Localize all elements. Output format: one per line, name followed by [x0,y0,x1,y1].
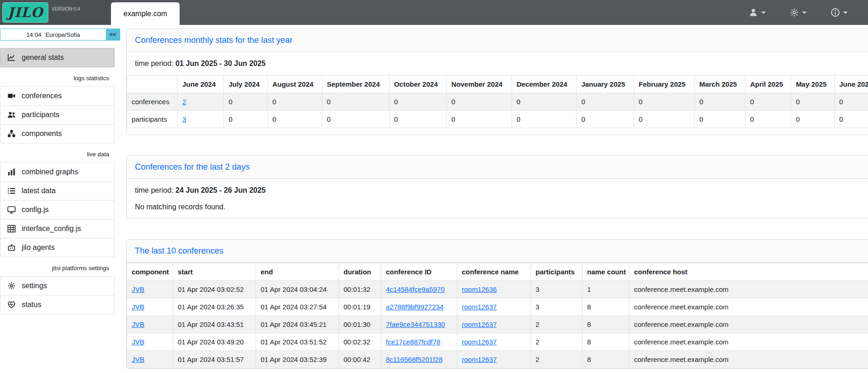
conference-cell: 3 [531,298,583,316]
sidebar-item-settings[interactable]: settings [0,276,115,296]
time-period-label: time period: [135,59,174,67]
user-menu-dropdown[interactable] [749,8,766,17]
settings-menu-dropdown[interactable] [790,8,807,17]
monthly-cell: 0 [634,111,694,128]
conference-cell: room12637 [457,298,531,316]
conference-cell: 2 [531,316,583,333]
conference-cell: 3 [531,281,583,298]
conference-link[interactable]: fce17ce887fcdf78 [386,338,440,346]
conference-cell: 7fae9ce344751330 [381,316,457,333]
conference-cell: 01 Apr 2024 03:26:35 [173,298,256,316]
conferences-column-header: start [173,263,256,281]
sidebar-section-jitsi-platforms-settings: jitsi platforms settings [0,257,120,276]
conference-cell: conference.meet.example.com [629,316,868,333]
conference-link[interactable]: room12637 [462,355,497,363]
users-icon [7,111,16,119]
conference-link[interactable]: room12636 [462,285,497,293]
chevron-down-icon [843,12,848,14]
version-label: VERSION 0.4 [52,6,80,12]
sidebar-item-label: latest data [22,187,56,195]
monthly-stats-table: June 2024July 2024August 2024September 2… [127,75,868,128]
sidebar-item-components[interactable]: components [0,124,115,143]
tab-label: example.com [123,10,167,18]
monthly-row-label: conferences [127,93,178,111]
conference-link[interactable]: JVB [132,355,145,363]
monthly-cell: 2 [178,93,224,111]
monthly-cell: 0 [512,93,577,111]
sidebar-item-status[interactable]: status [0,295,115,314]
conferences-table-head-row: componentstartenddurationconference IDco… [127,263,868,281]
sidebar-collapse-button[interactable]: << [106,29,120,40]
monthly-table-body: conferences2000000000000participants3000… [127,93,868,128]
monthly-stats-card-body: time period: 01 Jun 2025 - 30 Jun 2025 [127,52,868,75]
card-title: The last 10 conferences [135,246,223,256]
clock-time: 14:04 [26,31,41,38]
conference-cell: 00:01:19 [339,298,381,316]
conference-row: JVB01 Apr 2024 03:51:5701 Apr 2024 03:52… [127,351,868,368]
time-period-label: time period: [135,186,174,194]
last-10-conferences-card-header: The last 10 conferences [127,240,868,263]
monitor-icon [7,206,16,214]
conference-cell: 01 Apr 2024 03:49:20 [173,333,256,351]
sidebar-item-jilo-agents[interactable]: jilo agents [0,238,115,257]
menu-group-live: combined graphs latest data config.js [0,162,120,257]
info-menu-dropdown[interactable] [831,8,848,17]
conference-link[interactable]: room12637 [462,320,497,328]
monthly-column-header: October 2024 [389,76,447,93]
jilo-logo[interactable]: JILO [2,2,48,23]
conference-cell: room12637 [457,333,531,351]
heart-pulse-icon [7,301,16,309]
conference-cell: 8 [583,333,629,351]
sidebar-item-label: combined graphs [22,168,78,176]
monthly-cell: 0 [389,93,447,111]
sidebar-item-combined-graphs[interactable]: combined graphs [0,162,115,182]
conference-cell: conference.meet.example.com [629,333,868,351]
conference-cell: 01 Apr 2024 03:04:24 [256,281,339,298]
tab-example-com[interactable]: example.com [111,2,180,25]
monthly-cell: 0 [577,111,634,128]
conference-link[interactable]: JVB [132,338,145,346]
conferences-column-header: conference name [457,263,531,281]
monthly-cell: 0 [512,111,577,128]
sidebar-item-config-js[interactable]: config.js [0,200,115,219]
grid-icon [7,225,16,233]
conference-link[interactable]: 4c14584fce9a5970 [386,285,445,293]
monthly-cell: 0 [447,93,512,111]
monthly-cell: 0 [634,93,694,111]
sidebar-item-general-stats[interactable]: general stats [0,48,115,67]
monthly-cell: 0 [268,93,322,111]
monthly-column-header: May 2025 [791,76,834,93]
last-2-days-card-body: time period: 24 Jun 2025 - 26 Jun 2025 N… [127,179,868,219]
conference-link[interactable]: room12637 [462,303,497,311]
monthly-stat-link[interactable]: 3 [182,115,186,123]
monthly-table-head-row: June 2024July 2024August 2024September 2… [127,76,868,93]
sidebar-item-interface-config-js[interactable]: interface_config.js [0,219,115,238]
monthly-cell: 0 [268,111,322,128]
monthly-row-label: participants [127,111,178,128]
conference-link[interactable]: JVB [132,285,145,293]
sidebar-item-latest-data[interactable]: latest data [0,181,115,201]
conference-cell: conference.meet.example.com [629,351,868,368]
conference-link[interactable]: room12637 [462,338,497,346]
monthly-stat-link[interactable]: 2 [182,98,186,106]
conference-cell: 8 [583,351,629,368]
sidebar-item-conferences[interactable]: conferences [0,86,115,106]
bar-chart-icon [7,168,16,176]
conference-link[interactable]: 7fae9ce344751330 [386,320,445,328]
clock-widget: 14:04 Europe/Sofia << [0,29,120,41]
conference-link[interactable]: JVB [132,303,145,311]
sidebar-item-participants[interactable]: participants [0,105,115,124]
conference-link[interactable]: a2788f9bf9927234 [386,303,443,311]
monthly-cell: 0 [745,93,791,111]
menu-group-platform: settings status [0,276,120,314]
video-camera-icon [7,92,16,100]
conference-cell: 00:02:32 [339,333,381,351]
sidebar: 14:04 Europe/Sofia << general stats logs… [0,25,120,373]
conference-link[interactable]: 8c116568f5201f28 [386,355,443,363]
conference-cell: 00:01:30 [339,316,381,333]
brand-area: JILO VERSION 0.4 [0,0,111,25]
monthly-cell: 0 [447,111,512,128]
conferences-column-header: conference host [629,263,868,281]
monthly-column-header: March 2025 [694,76,745,93]
conference-link[interactable]: JVB [132,320,145,328]
